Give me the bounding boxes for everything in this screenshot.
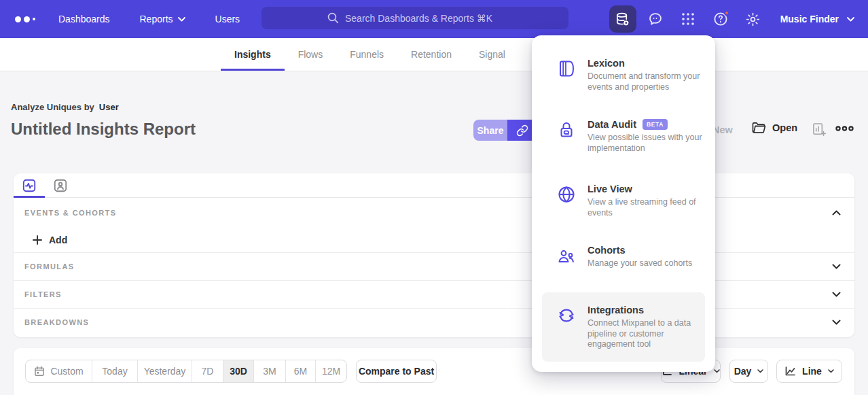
range-label: 7D	[202, 366, 214, 377]
share-button[interactable]: Share	[473, 120, 507, 141]
chevron-down-icon	[757, 369, 763, 373]
chevron-down-icon	[828, 369, 834, 373]
add-event-button[interactable]: Add	[33, 235, 67, 245]
beta-badge: BETA	[643, 119, 668, 130]
calendar-icon	[34, 366, 45, 377]
nav-item-users[interactable]: Users	[215, 14, 240, 24]
open-report-button[interactable]: Open	[752, 122, 797, 134]
compare-to-past-button[interactable]: Compare to Past	[356, 360, 437, 383]
tab-user-profiles-query[interactable]	[45, 173, 76, 197]
range-7d[interactable]: 7D	[192, 360, 223, 382]
range-label: 12M	[322, 366, 340, 377]
range-3m[interactable]: 3M	[253, 360, 285, 382]
section-label: FORMULAS	[24, 262, 75, 271]
plus-icon	[33, 235, 42, 245]
nav-item-reports[interactable]: Reports	[140, 14, 185, 24]
tab-signal[interactable]: Signal	[465, 38, 519, 71]
menu-item-description: View a live streaming feed of events	[587, 197, 708, 218]
range-label: Yesterday	[144, 366, 186, 377]
menu-item-title: Lexicon	[587, 58, 625, 69]
range-label: Today	[102, 366, 127, 377]
range-label: 30D	[230, 366, 247, 377]
menu-item-description: Connect Mixpanel to a data pipeline or c…	[587, 318, 708, 350]
navbar-right: Music Finder	[609, 0, 868, 38]
range-custom[interactable]: Custom	[26, 360, 92, 382]
chevron-down-icon	[832, 264, 841, 269]
search-icon	[327, 12, 339, 24]
section-filters[interactable]: FILTERS	[14, 280, 854, 308]
tab-flows[interactable]: Flows	[285, 38, 337, 71]
menu-item-title: Integrations	[587, 305, 644, 315]
compare-label: Compare to Past	[359, 366, 434, 377]
menu-item-description: View possible issues with your implement…	[587, 133, 708, 154]
mixpanel-app: Dashboards Reports Users	[0, 0, 868, 395]
range-yesterday[interactable]: Yesterday	[137, 360, 192, 382]
chart-type-select[interactable]: Line	[776, 360, 842, 383]
help-button[interactable]	[707, 5, 734, 33]
section-formulas[interactable]: FORMULAS	[14, 252, 854, 280]
expand-section-button[interactable]	[832, 320, 841, 325]
section-breakdowns[interactable]: BREAKDOWNS	[14, 308, 854, 336]
search-input[interactable]	[345, 13, 503, 24]
feedback-icon	[647, 11, 664, 27]
data-management-icon	[615, 12, 630, 27]
subtitle-metric[interactable]: User	[99, 102, 119, 112]
tab-retention[interactable]: Retention	[397, 38, 465, 71]
cohorts-people-icon	[557, 246, 576, 269]
menu-item-description: Manage your saved cohorts	[587, 258, 708, 269]
project-name: Music Finder	[780, 14, 839, 24]
add-to-dashboard-button[interactable]	[812, 122, 827, 139]
nav-item-label: Dashboards	[58, 14, 110, 24]
tab-funnels[interactable]: Funnels	[336, 38, 397, 71]
menu-item-live-view[interactable]: Live View View a live streaming feed of …	[542, 184, 705, 218]
section-label: EVENTS & COHORTS	[24, 209, 116, 217]
chevron-down-icon	[178, 17, 185, 22]
menu-item-title: Cohorts	[587, 245, 626, 256]
menu-item-data-audit[interactable]: Data Audit BETA View possible issues wit…	[542, 119, 705, 154]
new-report-button[interactable]: New	[712, 124, 733, 135]
page-title[interactable]: Untitled Insights Report	[11, 120, 196, 139]
add-to-dashboard-icon	[812, 122, 827, 137]
range-6m[interactable]: 6M	[285, 360, 315, 382]
tab-events-query[interactable]	[14, 173, 45, 197]
nav-item-dashboards[interactable]: Dashboards	[58, 14, 110, 24]
data-management-button[interactable]	[609, 5, 636, 33]
chart-toolbar: Custom Today Yesterday 7D 30D 3M 6M 12M …	[14, 348, 854, 395]
section-label: BREAKDOWNS	[24, 318, 89, 326]
section-events-cohorts[interactable]: EVENTS & COHORTS	[14, 198, 854, 228]
query-builder-panel: EVENTS & COHORTS Add FORMULAS FILTERS	[14, 173, 854, 337]
nav-item-label: Reports	[140, 14, 173, 24]
chevron-down-icon	[714, 369, 720, 373]
apps-grid-button[interactable]	[674, 5, 702, 33]
top-navbar: Dashboards Reports Users	[0, 0, 868, 38]
insights-chart-icon	[22, 178, 37, 193]
nav-item-label: Users	[215, 14, 240, 24]
global-search[interactable]	[261, 7, 568, 29]
add-label: Add	[49, 235, 67, 245]
range-30d[interactable]: 30D	[223, 360, 253, 382]
link-icon	[516, 124, 528, 137]
feedback-button[interactable]	[642, 5, 669, 33]
settings-icon	[745, 12, 761, 27]
menu-item-lexicon[interactable]: Lexicon Document and transform your even…	[542, 58, 705, 92]
granularity-select[interactable]: Day	[729, 360, 768, 383]
project-selector[interactable]: Music Finder	[780, 14, 854, 24]
chevron-down-icon	[832, 320, 841, 325]
collapse-section-button[interactable]	[832, 210, 841, 216]
range-label: 6M	[294, 366, 307, 377]
data-management-menu: Lexicon Document and transform your even…	[532, 35, 715, 372]
menu-item-cohorts[interactable]: Cohorts Manage your saved cohorts	[542, 245, 705, 269]
open-label: Open	[772, 122, 797, 133]
chevron-down-icon	[832, 292, 841, 297]
expand-section-button[interactable]	[832, 264, 841, 269]
range-today[interactable]: Today	[92, 360, 137, 382]
range-12m[interactable]: 12M	[315, 360, 346, 382]
expand-section-button[interactable]	[832, 292, 841, 297]
mixpanel-logo-icon[interactable]	[15, 16, 35, 22]
menu-item-title: Live View	[587, 184, 632, 194]
more-options-button[interactable]	[835, 125, 854, 132]
menu-item-integrations[interactable]: Integrations Connect Mixpanel to a data …	[542, 292, 705, 362]
primary-nav: Dashboards Reports Users	[58, 14, 240, 24]
tab-insights[interactable]: Insights	[221, 38, 285, 71]
settings-button[interactable]	[740, 5, 767, 33]
